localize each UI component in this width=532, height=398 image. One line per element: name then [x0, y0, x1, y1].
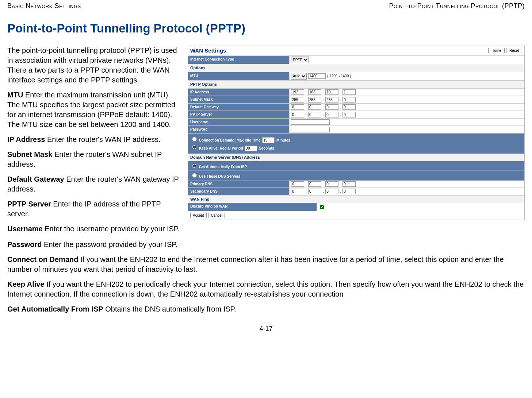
sm-label: Subnet Mask [7, 150, 52, 158]
cod-radio[interactable] [192, 137, 197, 142]
sdns-row-label: Secondary DNS [188, 188, 290, 195]
cod-desc: Connect on Demand If you want the ENH202… [7, 255, 525, 274]
pptp-options-label: PPTP Options [188, 81, 524, 89]
pdns-oct1[interactable] [291, 181, 304, 187]
psrv-oct4[interactable] [342, 112, 356, 117]
user-row-label: Username [188, 119, 290, 126]
sdns-oct4[interactable] [342, 189, 356, 194]
pdns-oct4[interactable] [342, 181, 356, 187]
page-number: 4-17 [7, 324, 525, 333]
header-right: Point-to-Point Tunnelling Protocol (PPTP… [389, 1, 525, 10]
sdns-oct2[interactable] [308, 189, 321, 194]
sdns-oct3[interactable] [325, 189, 338, 194]
home-button[interactable]: Home [488, 48, 505, 53]
ka-text: If you want the ENH202 to periodically c… [7, 280, 524, 298]
ip-oct4[interactable] [342, 89, 356, 95]
wan-settings-screenshot: WAN Settings Home Reset Internet Connect… [188, 46, 525, 220]
mtu-row-label: MTU [188, 72, 290, 80]
ga-label: Get Automatically From ISP [7, 305, 103, 313]
mtu-row: MTU Auto ( 1200 - 1400 ) [188, 72, 524, 81]
dns-header: Domain Name Server (DNS) Address [188, 154, 524, 161]
ip-row-label: IP Address [188, 89, 290, 96]
ict-row: Internet Connection Type PPTP [188, 56, 524, 64]
accept-button[interactable]: Accept [190, 213, 207, 218]
ka-input[interactable] [245, 146, 257, 151]
ka-option[interactable]: Keep Alive: Redial Period Seconds [190, 144, 522, 151]
cod-label: Connect on Demand [7, 255, 78, 263]
ka-label: Keep Alive [7, 280, 45, 288]
page-header: Basic Network Settings Point-to-Point Tu… [7, 1, 525, 10]
intro-text: The point-to-point tunnelling protocol (… [7, 46, 183, 85]
discard-label: Discard Ping on WAN [188, 203, 317, 211]
sm-oct3[interactable] [325, 97, 338, 103]
sm-oct2[interactable] [308, 97, 321, 103]
password-desc: Password Enter the password provided by … [7, 240, 525, 250]
un-label: Username [7, 225, 43, 233]
ps-desc: PPTP Server Enter the IP address of the … [7, 199, 183, 219]
sm-row: Subnet Mask . . . [188, 96, 524, 104]
dg-oct2[interactable] [308, 104, 321, 110]
dns-auto-radio[interactable] [192, 163, 197, 168]
ict-label: Internet Connection Type [188, 56, 290, 64]
psrv-oct3[interactable] [325, 112, 338, 117]
cancel-button[interactable]: Cancel [208, 213, 225, 218]
mtu-range: ( 1200 - 1400 ) [327, 74, 351, 79]
sm-desc: Subnet Mask Enter the router's WAN subne… [7, 150, 183, 169]
panel-title: WAN Settings [190, 47, 226, 54]
mtu-input[interactable] [308, 73, 326, 79]
discard-row: Discard Ping on WAN [188, 203, 524, 211]
pass-row-label: Password [188, 126, 290, 133]
dns-use-radio[interactable] [192, 173, 197, 178]
mtu-mode-select[interactable]: Auto [291, 73, 307, 80]
ip-oct1[interactable] [291, 89, 304, 95]
ka-desc: Keep Alive If you want the ENH202 to per… [7, 279, 525, 299]
sm-oct1[interactable] [291, 97, 304, 103]
mtu-desc: MTU Enter the maximum transmission unit … [7, 90, 183, 130]
pdns-oct3[interactable] [325, 181, 338, 187]
un-text: Enter the username provided by your ISP. [43, 225, 180, 233]
psrv-oct1[interactable] [291, 112, 304, 117]
wanping-header: WAN Ping [188, 196, 524, 203]
page-title: Point-to-Point Tunnelling Protocol (PPTP… [7, 20, 525, 37]
dns-auto-row[interactable]: Get Automatically From ISP [188, 161, 524, 171]
ict-select[interactable]: PPTP [291, 57, 309, 63]
discard-checkbox[interactable] [320, 205, 324, 209]
un-desc: Username Enter the username provided by … [7, 224, 183, 234]
pdns-oct2[interactable] [308, 181, 321, 187]
psrv-row-label: PPTP Server [188, 111, 290, 118]
ps-label: PPTP Server [7, 200, 51, 208]
dns-use-row[interactable]: Use These DNS Servers [188, 171, 524, 181]
dg-oct1[interactable] [291, 104, 304, 110]
reset-button[interactable]: Reset [506, 48, 522, 53]
psrv-oct2[interactable] [308, 112, 321, 117]
pw-text: Enter the password provided by your ISP. [42, 240, 177, 248]
dg-row-label: Default Gateway [188, 104, 290, 111]
mtu-label: MTU [7, 91, 23, 99]
cod-option[interactable]: Connect on Demand: Max idle Time Minutes [190, 136, 522, 143]
mtu-text: Enter the maximum transmission unit (MTU… [7, 91, 175, 128]
ka-radio[interactable] [192, 145, 197, 150]
sdns-row: Secondary DNS . . . [188, 188, 524, 196]
ip-oct3[interactable] [325, 89, 338, 95]
cod-input[interactable] [262, 137, 275, 143]
username-input[interactable] [291, 119, 330, 125]
dg-oct3[interactable] [325, 104, 338, 110]
ip-oct2[interactable] [308, 89, 321, 95]
button-row: Accept Cancel [188, 211, 524, 220]
sdns-oct1[interactable] [291, 189, 304, 194]
dg-label: Default Gateway [7, 175, 64, 183]
ip-row: IP Address . . . [188, 89, 524, 96]
password-input[interactable] [291, 127, 330, 132]
ga-text: Obtains the DNS automatically from ISP. [103, 305, 236, 313]
psrv-row: PPTP Server . . . [188, 111, 524, 119]
panel-titlebar: WAN Settings Home Reset [188, 46, 524, 56]
conn-options: Connect on Demand: Max idle Time Minutes… [188, 134, 524, 154]
ip-text: Enter the router's WAN IP address. [45, 135, 160, 143]
dg-row: Default Gateway . . . [188, 104, 524, 111]
pdns-row: Primary DNS . . . [188, 181, 524, 188]
ga-desc: Get Automatically From ISP Obtains the D… [7, 304, 525, 314]
sm-oct4[interactable] [342, 97, 356, 103]
options-label: Options [188, 64, 524, 72]
dg-oct4[interactable] [342, 104, 356, 110]
cod-text: If you want the ENH202 to end the Intern… [7, 255, 504, 273]
